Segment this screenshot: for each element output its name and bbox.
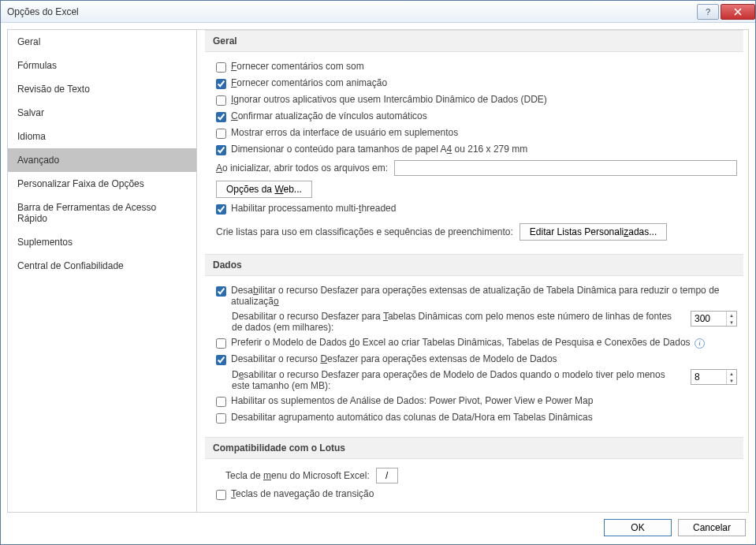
- checkbox-transition-nav[interactable]: [216, 490, 226, 500]
- close-button[interactable]: [721, 4, 755, 20]
- spinner-up-icon[interactable]: ▲: [727, 370, 736, 377]
- sidebar-item-idioma[interactable]: Idioma: [8, 125, 196, 148]
- input-startup-path[interactable]: [394, 160, 737, 176]
- sidebar-item-geral[interactable]: Geral: [8, 30, 196, 54]
- opt-links: Confirmar atualização de vínculos automá…: [205, 108, 743, 125]
- checkbox-undo-pivot-refresh[interactable]: [216, 286, 226, 297]
- opt-animation: Fornecer comentários com animação: [205, 75, 743, 91]
- spinner-up-icon[interactable]: ▲: [727, 312, 736, 319]
- label-menu-key: Tecla de menu do Microsoft Excel:: [225, 470, 370, 481]
- sidebar-item-formulas[interactable]: Fórmulas: [8, 54, 196, 77]
- opt-addinerr: Mostrar erros da interface de usuário em…: [205, 125, 743, 141]
- checkbox-undo-model[interactable]: [216, 355, 226, 365]
- label-prefer-model: Preferir o Modelo de Dados do Excel ao c…: [231, 337, 737, 349]
- info-icon[interactable]: i: [695, 338, 705, 349]
- checkbox-animation[interactable]: [216, 79, 226, 89]
- main-pane: Geral Fornecer comentários com som Forne…: [197, 30, 748, 512]
- label-startup: Ao inicializar, abrir todos os arquivos …: [216, 162, 388, 174]
- opt-data-analysis-addins: Habilitar os suplementos de Análise de D…: [205, 393, 743, 409]
- dialog-body: Geral Fórmulas Revisão de Texto Salvar I…: [1, 23, 755, 544]
- excel-options-window: Opções do Excel ? Geral Fórmulas Revisão…: [0, 0, 756, 545]
- label-undo-model: Desabilitar o recurso Desfazer para oper…: [231, 353, 737, 364]
- label-model-size: Desabilitar o recurso Desfazer para oper…: [232, 369, 681, 391]
- sidebar-item-salvar[interactable]: Salvar: [8, 101, 196, 125]
- checkbox-dde[interactable]: [216, 95, 226, 106]
- input-pivot-rows[interactable]: [691, 312, 726, 326]
- label-dde: Ignorar outros aplicativos que usem Inte…: [231, 94, 737, 105]
- opt-prefer-model: Preferir o Modelo de Dados do Excel ao c…: [205, 334, 743, 351]
- checkbox-prefer-model[interactable]: [216, 338, 226, 349]
- opt-undo-pivot-refresh: Desabilitar o recurso Desfazer para oper…: [205, 282, 743, 309]
- label-custom-lists: Crie listas para uso em classificações e…: [216, 226, 513, 237]
- label-transition-nav: Teclas de navegação de transição: [231, 488, 737, 499]
- web-options-button[interactable]: Opções da Web...: [216, 181, 312, 198]
- spinner-pivot-rows[interactable]: ▲ ▼: [691, 311, 737, 327]
- label-sound: Fornecer comentários com som: [231, 61, 737, 72]
- content-row: Geral Fórmulas Revisão de Texto Salvar I…: [7, 29, 749, 513]
- ok-button[interactable]: OK: [604, 519, 672, 536]
- row-pivot-rows: Desabilitar o recurso Desfazer para Tabe…: [205, 309, 743, 334]
- opt-a4: Dimensionar o conteúdo para tamanhos de …: [205, 141, 743, 158]
- close-icon: [734, 8, 742, 16]
- sidebar-item-revisao[interactable]: Revisão de Texto: [8, 77, 196, 101]
- checkbox-multithread[interactable]: [216, 204, 226, 215]
- section-lotus-header: Compatibilidade com o Lotus: [205, 437, 743, 459]
- sidebar-item-avancado[interactable]: Avançado: [8, 148, 196, 172]
- label-animation: Fornecer comentários com animação: [231, 77, 737, 88]
- label-undo-pivot-refresh: Desabilitar o recurso Desfazer para oper…: [231, 285, 737, 307]
- input-model-size[interactable]: [691, 370, 726, 384]
- opt-undo-model: Desabilitar o recurso Desfazer para oper…: [205, 351, 743, 368]
- checkbox-links[interactable]: [216, 112, 226, 122]
- row-custom-lists: Crie listas para uso em classificações e…: [205, 217, 743, 243]
- checkbox-disable-date-group[interactable]: [216, 413, 226, 424]
- spinner-model-size[interactable]: ▲ ▼: [691, 369, 737, 385]
- label-links: Confirmar atualização de vínculos automá…: [231, 110, 737, 121]
- category-sidebar: Geral Fórmulas Revisão de Texto Salvar I…: [8, 30, 197, 512]
- label-disable-date-group: Desabilitar agrupamento automático das c…: [231, 412, 737, 423]
- checkbox-addinerr[interactable]: [216, 129, 226, 139]
- titlebar: Opções do Excel ?: [1, 1, 755, 23]
- opt-multithread: Habilitar processamento multi-threaded: [205, 200, 743, 217]
- label-multithread: Habilitar processamento multi-threaded: [231, 203, 737, 214]
- row-web-options: Opções da Web...: [205, 178, 743, 200]
- label-a4: Dimensionar o conteúdo para tamanhos de …: [231, 144, 737, 155]
- sidebar-item-central[interactable]: Central de Confiabilidade: [8, 254, 196, 278]
- row-menu-key: Tecla de menu do Microsoft Excel:: [205, 465, 743, 486]
- window-buttons: ?: [695, 4, 755, 20]
- label-pivot-rows: Desabilitar o recurso Desfazer para Tabe…: [232, 311, 681, 333]
- checkbox-sound[interactable]: [216, 62, 226, 73]
- dialog-footer: OK Cancelar: [7, 513, 749, 538]
- opt-dde: Ignorar outros aplicativos que usem Inte…: [205, 91, 743, 108]
- section-geral-header: Geral: [205, 30, 743, 52]
- checkbox-data-analysis-addins[interactable]: [216, 397, 226, 407]
- spinner-buttons: ▲ ▼: [726, 312, 736, 326]
- help-button[interactable]: ?: [697, 4, 719, 20]
- sidebar-item-faixa[interactable]: Personalizar Faixa de Opções: [8, 172, 196, 196]
- spinner-down-icon[interactable]: ▼: [727, 377, 736, 384]
- input-menu-key[interactable]: [376, 468, 398, 483]
- sidebar-item-suplementos[interactable]: Suplementos: [8, 230, 196, 254]
- opt-sound: Fornecer comentários com som: [205, 58, 743, 75]
- checkbox-a4[interactable]: [216, 145, 226, 155]
- spinner-buttons: ▲ ▼: [726, 370, 736, 384]
- options-scroll[interactable]: Geral Fornecer comentários com som Forne…: [197, 30, 748, 512]
- sidebar-item-barra[interactable]: Barra de Ferramentas de Acesso Rápido: [8, 196, 196, 230]
- opt-disable-date-group: Desabilitar agrupamento automático das c…: [205, 409, 743, 426]
- row-startup-path: Ao inicializar, abrir todos os arquivos …: [205, 158, 743, 178]
- edit-custom-lists-button[interactable]: Editar Listas Personalizadas...: [520, 223, 667, 241]
- label-data-analysis-addins: Habilitar os suplementos de Análise de D…: [231, 395, 737, 406]
- cancel-button[interactable]: Cancelar: [678, 519, 746, 536]
- row-model-size: Desabilitar o recurso Desfazer para oper…: [205, 368, 743, 393]
- label-addinerr: Mostrar erros da interface de usuário em…: [231, 127, 737, 138]
- opt-transition-nav: Teclas de navegação de transição: [205, 486, 743, 502]
- window-title: Opções do Excel: [7, 6, 695, 17]
- section-dados-header: Dados: [205, 254, 743, 276]
- spinner-down-icon[interactable]: ▼: [727, 319, 736, 326]
